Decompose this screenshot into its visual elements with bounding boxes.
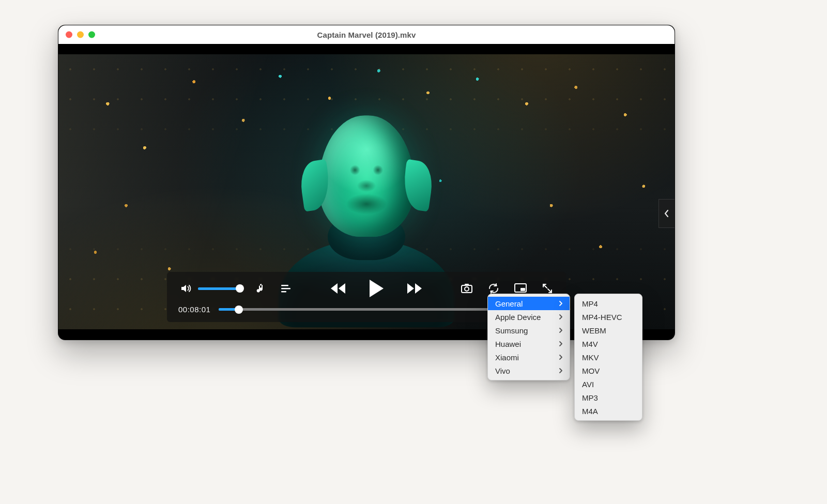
fullscreen-icon bbox=[542, 283, 553, 294]
convert-device-option[interactable]: Sumsung bbox=[488, 324, 570, 337]
volume-slider[interactable] bbox=[198, 287, 243, 290]
fast-forward-button[interactable] bbox=[405, 279, 424, 298]
convert-format-option[interactable]: MP4-HEVC bbox=[575, 310, 642, 324]
convert-format-option[interactable]: M4V bbox=[575, 337, 642, 350]
menu-item-label: MP4-HEVC bbox=[582, 313, 622, 322]
convert-format-option[interactable]: MOV bbox=[575, 364, 642, 377]
svg-point-4 bbox=[465, 287, 469, 291]
menu-item-label: MOV bbox=[582, 366, 600, 375]
sidebar-toggle[interactable] bbox=[658, 199, 675, 228]
menu-item-label: MP4 bbox=[582, 299, 598, 308]
camera-icon bbox=[461, 283, 473, 294]
convert-device-option[interactable]: Vivo bbox=[488, 364, 570, 377]
rewind-button[interactable] bbox=[329, 279, 347, 298]
titlebar[interactable]: Captain Marvel (2019).mkv bbox=[58, 25, 675, 44]
convert-format-option[interactable]: MKV bbox=[575, 350, 642, 364]
play-button[interactable] bbox=[367, 279, 386, 298]
menu-item-label: General bbox=[495, 299, 523, 308]
playlist-icon bbox=[280, 284, 292, 293]
menu-item-label: AVI bbox=[582, 380, 594, 389]
convert-format-option[interactable]: MP3 bbox=[575, 391, 642, 404]
chevron-right-icon bbox=[558, 367, 563, 374]
menu-item-label: Vivo bbox=[495, 366, 510, 375]
convert-device-option[interactable]: General bbox=[488, 297, 570, 310]
player-window: Captain Marvel (2019).mkv bbox=[58, 25, 675, 340]
svg-rect-5 bbox=[465, 284, 469, 286]
menu-item-label: WEBM bbox=[582, 326, 606, 335]
playlist-button[interactable] bbox=[279, 281, 293, 296]
audio-track-button[interactable] bbox=[254, 281, 268, 296]
chevron-left-icon bbox=[663, 208, 670, 219]
chevron-right-icon bbox=[558, 327, 563, 334]
fast-forward-icon bbox=[406, 282, 423, 295]
menu-item-label: Sumsung bbox=[495, 326, 528, 335]
snapshot-button[interactable] bbox=[460, 281, 474, 296]
menu-item-label: M4A bbox=[582, 407, 598, 416]
window-maximize-button[interactable] bbox=[88, 32, 95, 38]
convert-icon bbox=[487, 282, 500, 295]
time-elapsed: 00:08:01 bbox=[178, 305, 210, 314]
chevron-right-icon bbox=[558, 354, 563, 361]
window-title: Captain Marvel (2019).mkv bbox=[58, 30, 675, 39]
convert-device-option[interactable]: Huawei bbox=[488, 337, 570, 350]
menu-item-label: Apple Device bbox=[495, 313, 541, 322]
convert-device-option[interactable]: Apple Device bbox=[488, 310, 570, 324]
music-note-icon bbox=[256, 283, 266, 294]
convert-menu-devices[interactable]: GeneralApple DeviceSumsungHuaweiXiaomiVi… bbox=[487, 294, 570, 380]
svg-rect-2 bbox=[281, 291, 286, 292]
window-close-button[interactable] bbox=[66, 32, 72, 38]
menu-item-label: MKV bbox=[582, 353, 599, 362]
convert-format-option[interactable]: AVI bbox=[575, 377, 642, 391]
window-minimize-button[interactable] bbox=[77, 32, 84, 38]
chevron-right-icon bbox=[558, 313, 563, 320]
svg-rect-7 bbox=[520, 288, 525, 291]
volume-button[interactable] bbox=[178, 281, 193, 296]
chevron-right-icon bbox=[558, 300, 563, 307]
menu-item-label: MP3 bbox=[582, 393, 598, 402]
convert-device-option[interactable]: Xiaomi bbox=[488, 350, 570, 364]
menu-item-label: M4V bbox=[582, 340, 598, 348]
svg-rect-1 bbox=[281, 288, 290, 289]
svg-rect-0 bbox=[281, 285, 288, 286]
volume-icon bbox=[179, 282, 192, 295]
convert-format-option[interactable]: WEBM bbox=[575, 324, 642, 337]
play-icon bbox=[367, 279, 385, 298]
rewind-icon bbox=[329, 282, 347, 295]
chevron-right-icon bbox=[558, 340, 563, 347]
convert-format-option[interactable]: MP4 bbox=[575, 297, 642, 310]
convert-format-option[interactable]: M4A bbox=[575, 404, 642, 418]
convert-menu-formats[interactable]: MP4MP4-HEVCWEBMM4VMKVMOVAVIMP3M4A bbox=[574, 294, 642, 421]
menu-item-label: Xiaomi bbox=[495, 353, 519, 362]
pip-icon bbox=[514, 283, 527, 294]
menu-item-label: Huawei bbox=[495, 340, 521, 348]
